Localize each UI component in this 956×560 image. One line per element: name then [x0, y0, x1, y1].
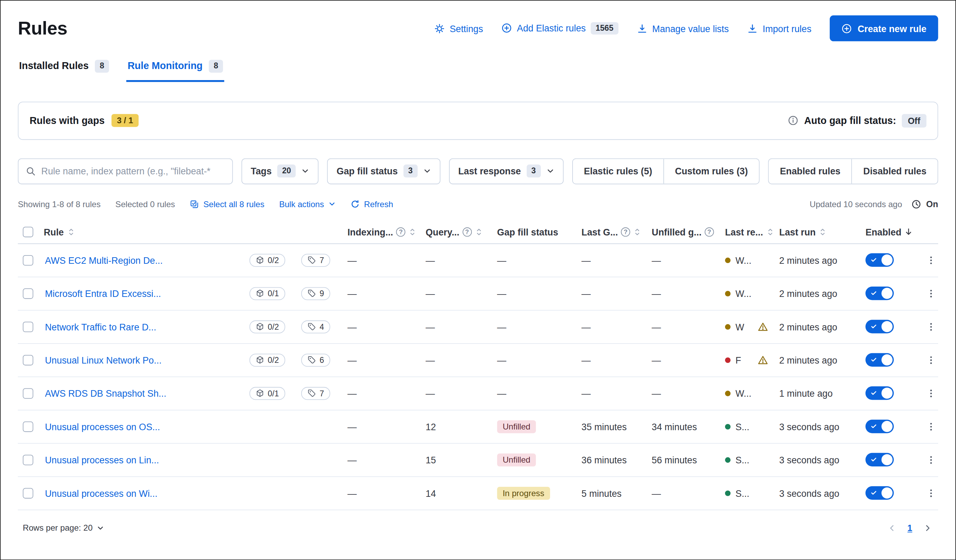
column-header-last-response[interactable]: Last re... — [721, 227, 775, 237]
row-actions-button[interactable] — [923, 353, 938, 367]
row-checkbox[interactable] — [23, 321, 33, 332]
row-checkbox[interactable] — [23, 255, 33, 266]
column-header-enabled[interactable]: Enabled — [862, 227, 922, 237]
integrations-count: 0/2 — [268, 322, 279, 332]
row-checkbox[interactable] — [23, 455, 33, 465]
column-header-unfilled-gap[interactable]: Unfilled g...? — [648, 227, 721, 237]
rule-name-link[interactable]: AWS EC2 Multi-Region De... — [45, 255, 162, 266]
manage-value-lists-button[interactable]: Manage value lists — [637, 23, 728, 33]
bulk-actions-button[interactable]: Bulk actions — [279, 200, 336, 209]
row-checkbox[interactable] — [23, 488, 33, 498]
column-header-indexing-time[interactable]: Indexing...? — [344, 227, 422, 237]
toggle-knob — [881, 321, 893, 332]
gap-fill-status-filter-button[interactable]: Gap fill status 3 — [327, 158, 440, 184]
integrations-badge: 0/2 — [249, 354, 285, 366]
last-run-cell: 2 minutes ago — [775, 321, 862, 332]
row-actions-button[interactable] — [923, 486, 938, 500]
actions-menu-icon — [926, 389, 935, 398]
column-header-query-time[interactable]: Query...? — [422, 227, 494, 237]
rule-enabled-toggle[interactable] — [866, 453, 894, 467]
last-response-text: S... — [736, 455, 749, 465]
column-header-gap-fill-status[interactable]: Gap fill status — [494, 227, 578, 237]
row-actions-button[interactable] — [923, 286, 938, 301]
last-gap-cell-value: — — [582, 255, 591, 266]
settings-button[interactable]: Settings — [434, 23, 483, 33]
column-header-label: Unfilled g... — [652, 227, 701, 237]
create-new-rule-button[interactable]: Create new rule — [830, 16, 939, 41]
rule-name-cell: Network Traffic to Rare D...0/24 — [40, 320, 344, 333]
rule-name-link[interactable]: Microsoft Entra ID Excessi... — [45, 288, 161, 299]
unfilled-gap-cell-value: — — [652, 488, 661, 498]
select-all-rows-checkbox[interactable] — [23, 227, 33, 237]
tag-icon — [307, 356, 316, 365]
enabled-rules-filter-button[interactable]: Enabled rules — [769, 159, 852, 183]
rule-enabled-toggle[interactable] — [866, 320, 894, 333]
indexing-time-cell-value: — — [347, 355, 357, 365]
query-time-cell: — — [422, 321, 494, 332]
info-icon[interactable] — [788, 115, 799, 126]
toggle-knob — [881, 488, 893, 499]
rule-enabled-toggle[interactable] — [866, 353, 894, 367]
select-all-rules-button[interactable]: Select all 8 rules — [190, 200, 264, 209]
row-actions-button[interactable] — [923, 320, 938, 334]
tab-rule-monitoring[interactable]: Rule Monitoring 8 — [126, 56, 224, 82]
last-gap-cell: 36 minutes — [578, 455, 648, 465]
rule-name-link[interactable]: Network Traffic to Rare D... — [45, 321, 156, 332]
elastic-rules-filter-button[interactable]: Elastic rules (5) — [573, 159, 664, 183]
query-time-cell: 14 — [422, 488, 494, 498]
tags-badge: 6 — [301, 354, 330, 366]
check-icon — [870, 323, 877, 330]
row-checkbox[interactable] — [23, 388, 33, 398]
row-checkbox[interactable] — [23, 288, 33, 299]
indexing-time-cell-value: — — [347, 288, 357, 299]
sort-icon — [475, 228, 483, 236]
rule-enabled-toggle[interactable] — [866, 486, 894, 500]
rule-name-link[interactable]: Unusual processes on Wi... — [45, 488, 157, 498]
tag-icon — [307, 256, 316, 264]
page-1-button[interactable]: 1 — [907, 523, 912, 533]
disabled-rules-filter-button[interactable]: Disabled rules — [851, 159, 937, 183]
rule-search-input[interactable] — [41, 166, 225, 176]
rule-enabled-toggle[interactable] — [866, 287, 894, 300]
rule-name-link[interactable]: Unusual Linux Network Po... — [45, 355, 162, 365]
auto-refresh-toggle[interactable]: On — [911, 199, 938, 209]
last-response-filter-button[interactable]: Last response 3 — [449, 158, 564, 184]
rule-enabled-toggle[interactable] — [866, 253, 894, 267]
rule-name-link[interactable]: Unusual processes on Lin... — [45, 455, 159, 465]
column-header-last-run[interactable]: Last run — [775, 227, 862, 237]
package-icon — [255, 389, 264, 398]
rows-per-page-button[interactable]: Rows per page: 20 — [23, 524, 104, 533]
table-footer: Rows per page: 20 1 — [18, 519, 938, 534]
table-toolbar: Showing 1-8 of 8 rules Selected 0 rules … — [18, 199, 938, 209]
row-checkbox[interactable] — [23, 422, 33, 432]
time-refresh-icon — [911, 199, 921, 209]
row-checkbox[interactable] — [23, 355, 33, 365]
row-actions-button[interactable] — [923, 420, 938, 434]
tags-filter-button[interactable]: Tags 20 — [242, 158, 319, 184]
add-elastic-rules-button[interactable]: Add Elastic rules 1565 — [502, 22, 618, 35]
row-actions-button[interactable] — [923, 453, 938, 467]
tab-installed-rules[interactable]: Installed Rules 8 — [18, 56, 110, 82]
last-run-value: 2 minutes ago — [779, 355, 837, 365]
row-actions-button[interactable] — [923, 386, 938, 401]
next-page-button[interactable] — [922, 522, 933, 533]
gap-status-badge: Unfilled — [497, 453, 536, 466]
rule-name-cell: Unusual Linux Network Po...0/26 — [40, 354, 344, 366]
rule-enabled-toggle[interactable] — [866, 420, 894, 433]
enabled-cell — [862, 387, 922, 400]
refresh-button[interactable]: Refresh — [351, 200, 393, 209]
rule-enabled-toggle[interactable] — [866, 387, 894, 400]
tags-count: 7 — [319, 389, 324, 398]
indexing-time-cell: — — [344, 255, 422, 266]
column-header-rule[interactable]: Rule — [40, 227, 344, 237]
column-header-last-gap[interactable]: Last G...? — [578, 227, 648, 237]
row-actions-button[interactable] — [923, 253, 938, 267]
custom-rules-filter-button[interactable]: Custom rules (3) — [664, 159, 759, 183]
import-rules-button[interactable]: Import rules — [747, 23, 811, 33]
rule-name-link[interactable]: AWS RDS DB Snapshot Sh... — [45, 388, 166, 398]
health-dot — [725, 258, 731, 263]
last-run-cell: 2 minutes ago — [775, 288, 862, 299]
previous-page-button[interactable] — [887, 522, 898, 533]
rule-name-link[interactable]: Unusual processes on OS... — [45, 422, 160, 432]
tab-label: Rule Monitoring — [128, 61, 203, 72]
